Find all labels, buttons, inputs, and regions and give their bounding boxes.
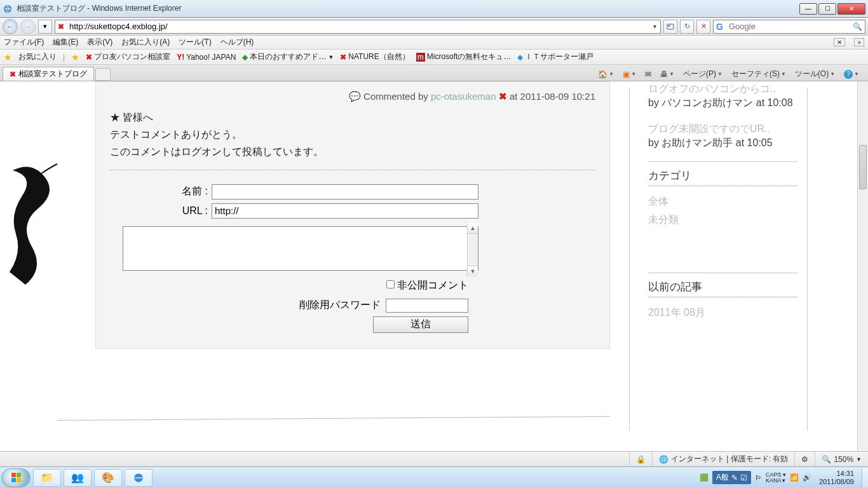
tab-title: 相談室テストブログ [18, 69, 87, 79]
menu-overflow-icon[interactable]: » [854, 38, 864, 46]
favorites-bar: ★ お気に入り | ★ ✖プロ友パソコン相談室 Y!Yahoo! JAPAN ◆… [0, 50, 868, 65]
menu-file[interactable]: ファイル(F) [4, 37, 44, 48]
recent-comment-1[interactable]: ログオフのパソコンからコ.. [648, 81, 797, 97]
page-scrollbar[interactable] [857, 81, 868, 451]
taskbar-clock[interactable]: 14:31 2011/08/09 [815, 470, 858, 485]
url-label: URL : [110, 205, 212, 217]
address-bar: ← → ▾ ✖ ▼ ↻ ✕ G 🔍 [0, 18, 868, 36]
taskbar-messenger[interactable]: 👥 [64, 469, 92, 487]
help-button[interactable]: ?▼ [841, 69, 862, 80]
browser-tab[interactable]: ✖ 相談室テストブログ [3, 67, 94, 81]
zoom-control[interactable]: 🔍 150% ▼ [815, 452, 868, 466]
fav-item-2[interactable]: ◆本日のおすすめアド…▼ [242, 51, 334, 62]
tab-bar: ✖ 相談室テストブログ 🏠▼ ▣▼ ✉ 🖶▼ ページ(P)▼ セーフティ(S)▼… [0, 65, 868, 81]
stop-button[interactable]: ✕ [696, 20, 710, 34]
maximize-button[interactable]: ☐ [818, 3, 836, 15]
taskbar: 📁 👥 🎨 🟩 A般✎☑ 🏳 CAPS ▾KANA ▾ 📶 🔊 14:31 20… [0, 466, 868, 488]
name-input[interactable] [212, 184, 478, 200]
tools-menu[interactable]: ツール(O)▼ [792, 67, 837, 81]
taskbar-explorer[interactable]: 📁 [33, 469, 61, 487]
readmail-button[interactable]: ✉ [642, 69, 654, 80]
ie-icon [3, 4, 13, 14]
comment-panel: 💬 Commented by pc-otasukeman ✖ at 2011-0… [95, 81, 610, 349]
fav-item-3[interactable]: ✖NATURE（自然） [340, 51, 409, 62]
url-input-field[interactable] [212, 203, 478, 219]
status-protected-icon[interactable]: ⚙ [794, 452, 815, 466]
status-addon-icon[interactable]: 🔒 [629, 452, 652, 466]
window-title: 相談室テストブログ - Windows Internet Explorer [17, 3, 799, 14]
new-tab-button[interactable] [95, 68, 111, 81]
comment-user[interactable]: pc-otasukeman [431, 91, 496, 102]
safety-menu[interactable]: セーフティ(S)▼ [729, 67, 789, 81]
fav-item-0[interactable]: ✖プロ友パソコン相談室 [86, 51, 170, 62]
command-bar: 🏠▼ ▣▼ ✉ 🖶▼ ページ(P)▼ セーフティ(S)▼ ツール(O)▼ ?▼ [595, 67, 865, 81]
url-box[interactable]: ✖ ▼ [55, 20, 661, 34]
menu-edit[interactable]: 編集(E) [53, 37, 78, 48]
feeds-button[interactable]: ▣▼ [620, 69, 639, 80]
favorites-star-icon[interactable]: ★ [4, 52, 12, 62]
sidebar: ログオフのパソコンからコ.. by パソコンお助けマン at 10:08 ブログ… [648, 81, 797, 322]
add-fav-icon[interactable]: ★ [71, 52, 79, 62]
fav-item-5[interactable]: ◆ＩＴサポーター瀬戸 [517, 51, 593, 62]
menu-view[interactable]: 表示(V) [87, 37, 112, 48]
back-button[interactable]: ← [3, 19, 18, 34]
category-all[interactable]: 全体 [648, 193, 797, 211]
archive-title: 以前の記事 [648, 280, 797, 294]
svg-text:G: G [716, 22, 723, 32]
recent-dropdown[interactable]: ▾ [38, 20, 52, 34]
recent-comment-2[interactable]: ブログ未開設ですのでUR.. [648, 121, 797, 137]
private-checkbox[interactable] [386, 280, 395, 288]
yahoo-icon: Y! [177, 53, 184, 62]
fav-icon-3: ✖ [340, 53, 346, 62]
print-icon: 🖶 [660, 70, 668, 79]
tray-volume-icon[interactable]: 🔊 [803, 473, 811, 482]
rec-icon: ◆ [242, 53, 248, 62]
tray-action-center-icon[interactable]: 🏳 [755, 474, 762, 482]
taskbar-paint[interactable]: 🎨 [94, 469, 122, 487]
archive-month[interactable]: 2011年 08月 [648, 304, 797, 322]
comment-textarea[interactable] [123, 226, 478, 271]
site-favicon: ✖ [58, 22, 67, 31]
scrollbar-thumb[interactable] [859, 145, 867, 189]
comment-meta: 💬 Commented by pc-otasukeman ✖ at 2011-0… [110, 91, 595, 102]
print-button[interactable]: 🖶▼ [658, 69, 677, 80]
ms-icon: m [416, 53, 425, 62]
submit-button[interactable]: 送信 [373, 316, 468, 333]
minimize-button[interactable]: — [799, 3, 817, 15]
textarea-scrollbar[interactable]: ▲ ▼ [467, 223, 478, 276]
search-input[interactable] [729, 22, 853, 31]
comment-body: ★ 皆様へ テストコメントありがとう。 このコメントはログオンして投稿しています… [110, 109, 595, 170]
taskbar-ie[interactable] [125, 469, 153, 487]
menu-help[interactable]: ヘルプ(H) [220, 37, 254, 48]
delpw-label: 削除用パスワード [299, 299, 381, 312]
url-dropdown-icon[interactable]: ▼ [652, 24, 658, 30]
scroll-up-icon[interactable]: ▲ [468, 223, 478, 234]
refresh-button[interactable]: ↻ [680, 20, 694, 34]
menu-close-icon[interactable]: ✕ [834, 38, 845, 46]
tray-app-icon[interactable]: 🟩 [700, 473, 709, 482]
page-menu[interactable]: ページ(P)▼ [681, 67, 725, 81]
caps-kana-indicator: CAPS ▾KANA ▾ [766, 472, 786, 484]
menu-tools[interactable]: ツール(T) [179, 37, 211, 48]
home-button[interactable]: 🏠▼ [595, 69, 616, 80]
favorites-label[interactable]: お気に入り [18, 51, 57, 62]
start-button[interactable] [1, 468, 31, 487]
compat-button[interactable] [663, 20, 677, 34]
fav-item-1[interactable]: Y!Yahoo! JAPAN [177, 53, 236, 62]
search-box[interactable]: G 🔍 [713, 20, 865, 34]
close-button[interactable]: ✕ [837, 3, 865, 15]
google-icon: G [716, 22, 726, 32]
menu-favorites[interactable]: お気に入り(A) [121, 37, 170, 48]
rss-icon: ▣ [623, 70, 630, 79]
mail-icon: ✉ [645, 70, 651, 79]
delpw-input[interactable] [386, 299, 468, 313]
ime-indicator[interactable]: A般✎☑ [712, 471, 751, 484]
category-uncat[interactable]: 未分類 [648, 211, 797, 229]
url-input[interactable] [69, 22, 652, 31]
show-desktop-button[interactable] [862, 468, 868, 487]
tray-network-icon[interactable]: 📶 [790, 473, 799, 482]
search-go-icon[interactable]: 🔍 [853, 22, 862, 31]
forward-button[interactable]: → [20, 19, 36, 34]
scroll-down-icon[interactable]: ▼ [468, 266, 478, 276]
fav-item-4[interactable]: mMicrosoftの無料セキュ… [416, 51, 512, 62]
